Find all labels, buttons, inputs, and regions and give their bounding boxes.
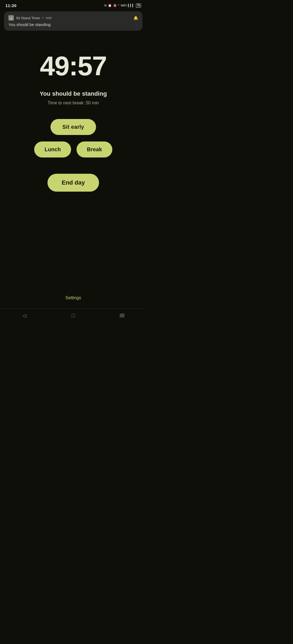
notification-bell-icon: 🔔 bbox=[133, 16, 138, 20]
bottom-nav bbox=[0, 308, 146, 322]
notification-dot: • bbox=[42, 16, 43, 20]
status-icons: N ⏰ 🔇 * WiFi ▎▎▎ 75 bbox=[104, 4, 141, 8]
wifi-icon: WiFi bbox=[121, 4, 127, 7]
mute-icon: 🔇 bbox=[113, 4, 117, 7]
nfc-icon: N bbox=[104, 4, 107, 7]
battery-indicator: 75 bbox=[136, 4, 141, 8]
nav-back-button[interactable] bbox=[19, 310, 30, 321]
lunch-button[interactable]: Lunch bbox=[34, 141, 71, 157]
notification-time: now bbox=[46, 16, 52, 20]
sit-early-row: Sit early bbox=[50, 119, 96, 135]
notification-card[interactable]: ☁ Sit Stand Timer • now 🔔 You should be … bbox=[4, 11, 142, 31]
alarm-icon: ⏰ bbox=[108, 4, 112, 7]
notification-header: ☁ Sit Stand Timer • now 🔔 bbox=[8, 15, 138, 21]
status-bar: 11:20 N ⏰ 🔇 * WiFi ▎▎▎ 75 bbox=[0, 0, 146, 10]
app-icon: ☁ bbox=[8, 15, 14, 21]
status-message: You should be standing bbox=[40, 90, 107, 97]
notification-message: You should be standing bbox=[8, 22, 138, 27]
timer-display: 49:57 bbox=[40, 52, 107, 79]
lunch-break-row: Lunch Break bbox=[34, 141, 112, 157]
settings-link[interactable]: Settings bbox=[65, 295, 81, 300]
nav-home-button[interactable] bbox=[68, 310, 79, 321]
next-break-text: Time to next break: 50 min bbox=[48, 101, 99, 105]
break-button[interactable]: Break bbox=[77, 141, 112, 157]
notification-app-name: Sit Stand Timer bbox=[16, 16, 40, 20]
end-day-button[interactable]: End day bbox=[47, 174, 99, 192]
bluetooth-icon: * bbox=[118, 4, 119, 7]
main-content: 49:57 You should be standing Time to nex… bbox=[0, 31, 146, 308]
sit-early-button[interactable]: Sit early bbox=[50, 119, 96, 135]
status-time: 11:20 bbox=[5, 3, 17, 8]
nav-recents-button[interactable] bbox=[117, 310, 128, 321]
signal-icon: ▎▎▎ bbox=[128, 4, 135, 7]
